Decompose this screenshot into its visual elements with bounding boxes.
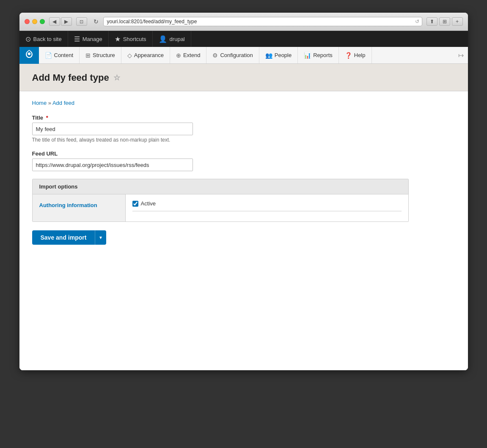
title-field-group: Title * The title of this feed, always t…: [32, 115, 455, 143]
content-label: Content: [54, 52, 74, 58]
reports-icon: 📊: [304, 52, 311, 59]
content-icon: 📄: [45, 52, 52, 59]
nav-buttons: ◀ ▶: [49, 17, 72, 26]
title-hint: The title of this feed, always treated a…: [32, 137, 455, 143]
window-resize-button[interactable]: ⊡: [76, 17, 87, 26]
feed-url-field-group: Feed URL: [32, 150, 455, 171]
reload-icon: ↺: [415, 19, 419, 25]
reports-label: Reports: [313, 52, 333, 58]
import-options-main: Active: [126, 194, 408, 221]
maximize-button[interactable]: [40, 19, 45, 24]
required-indicator: *: [46, 115, 48, 121]
tab-button[interactable]: ⊞: [439, 17, 450, 26]
title-label-text: Title: [32, 115, 44, 121]
star-icon: ★: [115, 35, 121, 43]
favorite-icon[interactable]: ☆: [113, 73, 120, 82]
page-title-text: Add My feed type: [32, 72, 109, 83]
nav-appearance[interactable]: ◇ Appearance: [121, 47, 170, 63]
menu-icon: ☰: [74, 35, 80, 43]
nav-extend[interactable]: ⊕ Extend: [170, 47, 206, 63]
share-button[interactable]: ⬆: [426, 17, 437, 26]
nav-structure[interactable]: ⊞ Structure: [80, 47, 121, 63]
refresh-button[interactable]: ↻: [91, 17, 101, 26]
nav-help[interactable]: ❓ Help: [339, 47, 372, 63]
nav-reports[interactable]: 📊 Reports: [298, 47, 339, 63]
back-arrow-icon: ⊙: [25, 35, 31, 43]
help-icon: ❓: [345, 52, 352, 59]
browser-titlebar: ◀ ▶ ⊡ ↻ youri.local:8201/feed/add/my_fee…: [19, 13, 468, 31]
title-label: Title *: [32, 115, 455, 121]
nav-end-toggle[interactable]: ↦: [454, 47, 468, 63]
dropdown-arrow-icon: ▾: [99, 235, 102, 240]
extend-icon: ⊕: [176, 52, 181, 59]
import-options-header: Import options: [33, 179, 408, 194]
manage-label: Manage: [83, 36, 102, 42]
page-title: Add My feed type ☆: [32, 72, 455, 83]
import-options-sidebar: Authoring information: [33, 194, 126, 221]
page-content: Add My feed type ☆ Home » Add feed Title…: [19, 64, 468, 370]
browser-actions: ⬆ ⊞ +: [426, 17, 463, 26]
address-bar[interactable]: youri.local:8201/feed/add/my_feed_type ↺: [103, 17, 422, 26]
page-body: Home » Add feed Title * The title of thi…: [19, 91, 468, 370]
user-icon: 👤: [159, 35, 167, 43]
appearance-label: Appearance: [134, 52, 164, 58]
browser-window: ◀ ▶ ⊡ ↻ youri.local:8201/feed/add/my_fee…: [19, 13, 468, 370]
shortcuts-menu-item[interactable]: ★ Shortcuts: [109, 31, 153, 47]
save-dropdown-button[interactable]: ▾: [95, 230, 106, 245]
extend-label: Extend: [183, 52, 200, 58]
shortcuts-label: Shortcuts: [123, 36, 146, 42]
drupal-logo[interactable]: [19, 47, 39, 64]
authoring-information-item[interactable]: Authoring information: [33, 198, 125, 213]
feed-url-input[interactable]: [32, 158, 193, 171]
admin-toolbar: ⊙ Back to site ☰ Manage ★ Shortcuts 👤 dr…: [19, 31, 468, 47]
active-checkbox[interactable]: [132, 201, 138, 207]
nav-content[interactable]: 📄 Content: [39, 47, 80, 63]
save-button-group: Save and import ▾: [32, 230, 455, 245]
nav-configuration[interactable]: ⚙ Configuration: [206, 47, 259, 63]
forward-nav-button[interactable]: ▶: [61, 17, 72, 26]
active-checkbox-row: Active: [132, 200, 402, 207]
feed-url-label: Feed URL: [32, 150, 455, 157]
back-to-site-link[interactable]: ⊙ Back to site: [19, 31, 68, 47]
add-tab-button[interactable]: +: [452, 17, 463, 26]
divider: [132, 211, 402, 211]
user-label: drupal: [170, 36, 185, 42]
configuration-icon: ⚙: [212, 52, 218, 59]
back-to-site-label: Back to site: [33, 36, 62, 42]
user-menu-item[interactable]: 👤 drupal: [153, 31, 191, 47]
save-and-import-button[interactable]: Save and import: [32, 230, 95, 245]
nav-people[interactable]: 👥 People: [259, 47, 298, 63]
title-input[interactable]: [32, 123, 193, 135]
address-bar-area: ↻ youri.local:8201/feed/add/my_feed_type…: [91, 17, 422, 26]
page-header: Add My feed type ☆: [19, 64, 468, 91]
structure-icon: ⊞: [85, 52, 91, 59]
import-options-box: Import options Authoring information Act…: [32, 179, 409, 222]
active-label[interactable]: Active: [141, 200, 156, 207]
manage-menu-item[interactable]: ☰ Manage: [68, 31, 109, 47]
breadcrumb: Home » Add feed: [32, 100, 455, 106]
people-label: People: [275, 52, 292, 58]
main-navigation: 📄 Content ⊞ Structure ◇ Appearance ⊕ Ext…: [19, 47, 468, 64]
breadcrumb-home-link[interactable]: Home: [32, 100, 47, 106]
breadcrumb-current-link[interactable]: Add feed: [52, 100, 74, 106]
back-nav-button[interactable]: ◀: [49, 17, 60, 26]
minimize-button[interactable]: [32, 19, 37, 24]
configuration-label: Configuration: [220, 52, 253, 58]
import-options-body: Authoring information Active: [33, 194, 408, 221]
traffic-lights: [25, 19, 45, 24]
nav-items: 📄 Content ⊞ Structure ◇ Appearance ⊕ Ext…: [39, 47, 454, 63]
help-label: Help: [354, 52, 366, 58]
people-icon: 👥: [265, 52, 272, 59]
structure-label: Structure: [93, 52, 115, 58]
appearance-icon: ◇: [127, 52, 132, 59]
breadcrumb-separator: »: [48, 100, 52, 106]
url-text: youri.local:8201/feed/add/my_feed_type: [107, 19, 197, 25]
close-button[interactable]: [25, 19, 30, 24]
